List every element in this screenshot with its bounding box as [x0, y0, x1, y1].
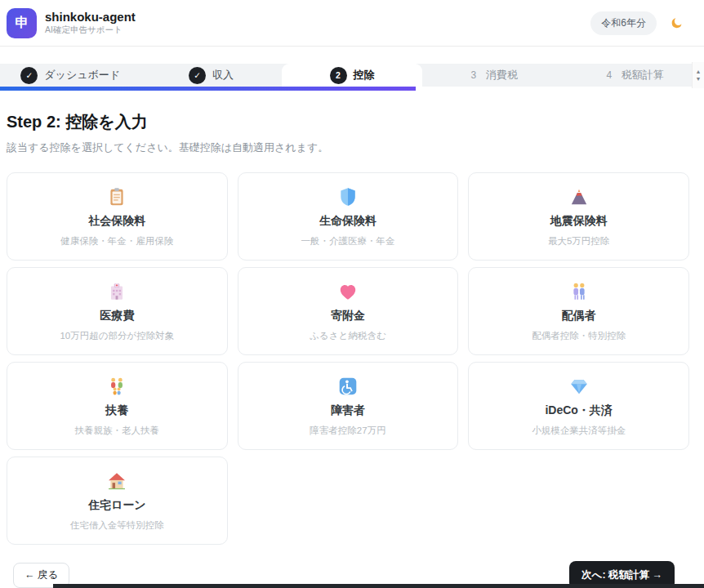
card-subtitle: 配偶者控除・特別控除 [532, 330, 626, 342]
wizard-footer: ← 戻る 次へ: 税額計算 → [7, 545, 689, 588]
card-subtitle: 10万円超の部分が控除対象 [60, 330, 174, 342]
card-title: 扶養 [105, 403, 128, 418]
dark-mode-toggle[interactable] [670, 14, 688, 32]
scroll-down-icon[interactable]: ▼ [696, 76, 702, 82]
logo-character: 申 [16, 15, 29, 32]
page-title: Step 2: 控除を入力 [7, 111, 689, 133]
card-subtitle: ふるさと納税含む [310, 330, 385, 342]
volcano-icon [568, 186, 590, 207]
progress-fill [0, 87, 416, 91]
brand: 申 shinkoku-agent AI確定申告サポート [7, 8, 136, 38]
card-earthquake-insurance[interactable]: 地震保険料 最大5万円控除 [468, 172, 689, 261]
card-title: 配偶者 [562, 309, 596, 323]
gem-icon [568, 376, 590, 397]
heart-icon [337, 281, 359, 302]
house-icon [106, 470, 127, 492]
step-label: 控除 [354, 68, 375, 82]
card-social-insurance[interactable]: 社会保険料 健康保険・年金・雇用保険 [7, 172, 228, 261]
card-subtitle: 一般・介護医療・年金 [301, 235, 394, 247]
card-dependents[interactable]: 扶養 扶養親族・老人扶養 [7, 362, 228, 450]
shield-icon [337, 186, 359, 207]
card-title: 社会保険料 [88, 214, 145, 229]
moon-icon [670, 16, 684, 30]
step-label: 税額計算 [622, 68, 664, 82]
card-donations[interactable]: 寄附金 ふるさと納税含む [238, 267, 459, 355]
card-title: 住宅ローン [88, 498, 146, 513]
family-icon [106, 376, 127, 397]
deduction-card-grid: 社会保険料 健康保険・年金・雇用保険 生命保険料 一般・介護医療・年金 地震保険… [7, 172, 689, 545]
step-tax-calculation[interactable]: 4 税額計算 [564, 64, 704, 87]
scroll-up-icon[interactable]: ▲ [696, 69, 702, 74]
card-life-insurance[interactable]: 生命保険料 一般・介護医療・年金 [238, 172, 459, 261]
step-income[interactable]: ✓ 収入 [140, 64, 281, 87]
card-subtitle: 障害者控除27万円 [310, 425, 385, 437]
card-subtitle: 最大5万円控除 [548, 235, 609, 247]
step-number: 4 [604, 67, 615, 84]
app-subtitle: AI確定申告サポート [45, 24, 136, 36]
step-consumption-tax[interactable]: 3 消費税 [422, 64, 563, 87]
card-ideco-kyosai[interactable]: iDeCo・共済 小規模企業共済等掛金 [468, 362, 689, 450]
card-spouse[interactable]: 配偶者 配偶者控除・特別控除 [468, 267, 689, 355]
step-label: 収入 [212, 68, 234, 82]
step-check-icon: ✓ [189, 67, 206, 84]
card-subtitle: 小規模企業共済等掛金 [532, 425, 626, 437]
card-title: 地震保険料 [550, 214, 608, 229]
page-subtitle: 該当する控除を選択してください。基礎控除は自動適用されます。 [7, 140, 689, 155]
header-actions: 令和6年分 [590, 11, 688, 35]
scrollbar[interactable]: ▲ ▼ [692, 62, 704, 88]
step-number: 2 [330, 67, 347, 84]
step-dashboard[interactable]: ✓ ダッシュボード [0, 64, 140, 87]
card-title: 障害者 [331, 403, 365, 418]
tax-year-badge: 令和6年分 [590, 11, 657, 35]
main-content: Step 2: 控除を入力 該当する控除を選択してください。基礎控除は自動適用さ… [0, 91, 704, 588]
step-label: 消費税 [486, 68, 518, 82]
wizard-stepper: ✓ ダッシュボード ✓ 収入 2 控除 3 消費税 4 税額計算 ▲ ▼ [0, 64, 704, 91]
wheelchair-icon [337, 376, 359, 397]
step-check-icon: ✓ [20, 67, 38, 84]
hospital-icon [106, 281, 127, 302]
card-subtitle: 扶養親族・老人扶養 [75, 425, 160, 437]
step-deductions[interactable]: 2 控除 [282, 64, 422, 87]
brand-text: shinkoku-agent AI確定申告サポート [45, 10, 136, 37]
bottom-bar-edge [53, 584, 704, 588]
clipboard-icon [106, 186, 127, 207]
card-subtitle: 健康保険・年金・雇用保険 [60, 235, 173, 247]
step-label: ダッシュボード [44, 68, 120, 82]
app-logo: 申 [7, 8, 37, 38]
card-disability[interactable]: 障害者 障害者控除27万円 [238, 362, 459, 450]
card-medical-expenses[interactable]: 医療費 10万円超の部分が控除対象 [7, 267, 228, 355]
card-title: 寄附金 [331, 309, 365, 323]
app-name: shinkoku-agent [45, 10, 136, 25]
card-housing-loan[interactable]: 住宅ローン 住宅借入金等特別控除 [7, 457, 228, 545]
card-title: iDeCo・共済 [545, 403, 612, 418]
card-title: 医療費 [100, 309, 134, 323]
progress-track [0, 87, 704, 91]
card-title: 生命保険料 [319, 214, 377, 229]
card-subtitle: 住宅借入金等特別控除 [70, 519, 164, 532]
app-header: 申 shinkoku-agent AI確定申告サポート 令和6年分 [0, 0, 704, 47]
step-number: 3 [468, 67, 479, 84]
couple-icon [568, 281, 590, 302]
